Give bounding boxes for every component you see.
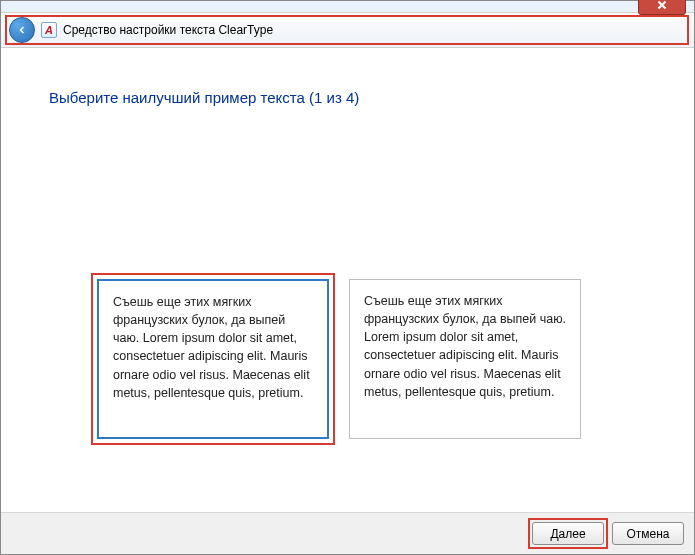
text-sample-2[interactable]: Съешь еще этих мягких французских булок,…: [349, 279, 581, 439]
next-button-wrap: Далее: [532, 522, 604, 545]
back-button[interactable]: [9, 17, 35, 43]
app-icon: A: [41, 22, 57, 38]
instruction-text: Выберите наилучший пример текста (1 из 4…: [49, 89, 646, 106]
wizard-title: Средство настройки текста ClearType: [63, 23, 273, 37]
footer: Далее Отмена: [1, 512, 694, 554]
titlebar: [1, 1, 694, 13]
wizard-window: A Средство настройки текста ClearType Вы…: [0, 0, 695, 555]
next-button[interactable]: Далее: [532, 522, 604, 545]
content-area: Выберите наилучший пример текста (1 из 4…: [1, 47, 694, 512]
close-button[interactable]: [638, 0, 686, 15]
text-sample-1[interactable]: Съешь еще этих мягких французских булок,…: [97, 279, 329, 439]
sample-container-1: Съешь еще этих мягких французских булок,…: [97, 279, 329, 439]
sample-container-2: Съешь еще этих мягких французских булок,…: [349, 279, 581, 439]
back-arrow-icon: [16, 24, 28, 36]
cancel-button-wrap: Отмена: [612, 522, 684, 545]
sample-row: Съешь еще этих мягких французских булок,…: [97, 279, 581, 439]
cancel-button[interactable]: Отмена: [612, 522, 684, 545]
wizard-header: A Средство настройки текста ClearType: [1, 13, 694, 48]
